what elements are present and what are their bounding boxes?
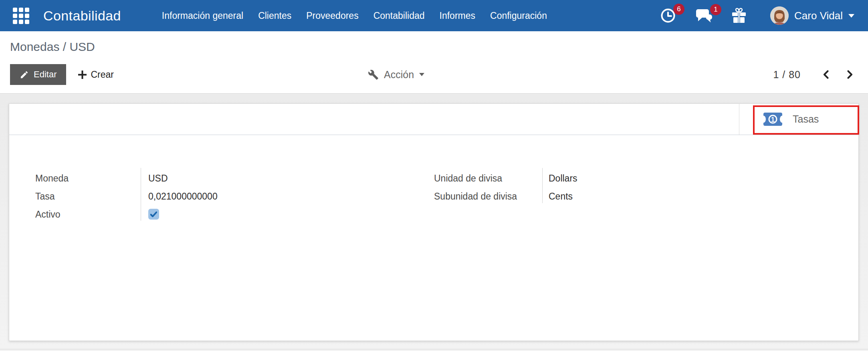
label-value-divider bbox=[141, 168, 141, 221]
content-area: 1 Tasas Moneda Tasa Activo USD 0,0210000… bbox=[0, 94, 868, 351]
rates-stat-button-label: Tasas bbox=[793, 113, 819, 125]
menu-item-contabilidad[interactable]: Contabilidad bbox=[373, 10, 425, 21]
field-label-subunidad-divisa: Subunidad de divisa bbox=[434, 191, 517, 202]
field-value-tasa: 0,021000000000 bbox=[148, 191, 218, 202]
field-label-tasa: Tasa bbox=[35, 191, 69, 202]
field-value-moneda: USD bbox=[148, 173, 218, 184]
chevron-down-icon bbox=[848, 14, 854, 18]
activity-count-badge: 6 bbox=[673, 4, 684, 15]
plus-icon bbox=[78, 71, 87, 79]
gift-icon bbox=[732, 8, 746, 24]
footer-divider bbox=[0, 349, 868, 349]
field-value-subunidad-divisa: Cents bbox=[549, 191, 577, 202]
menu-item-clientes[interactable]: Clientes bbox=[258, 10, 291, 21]
app-title[interactable]: Contabilidad bbox=[43, 8, 121, 24]
menu-item-informacion-general[interactable]: Información general bbox=[162, 10, 243, 21]
labels-column: Moneda Tasa Activo bbox=[35, 173, 69, 220]
active-checkbox[interactable] bbox=[148, 209, 159, 220]
currency-form-card: 1 Tasas Moneda Tasa Activo USD 0,0210000… bbox=[9, 103, 859, 341]
main-menu: Información general Clientes Proveedores… bbox=[162, 10, 547, 21]
systray: 6 1 bbox=[660, 6, 854, 25]
pager-value[interactable]: 1 / 80 bbox=[773, 69, 801, 81]
breadcrumb[interactable]: Monedas / USD bbox=[10, 40, 95, 54]
button-row: Editar Crear bbox=[10, 64, 114, 85]
menu-item-informes[interactable]: Informes bbox=[440, 10, 475, 21]
values-column: Dollars Cents bbox=[549, 173, 577, 202]
action-dropdown[interactable]: Acción bbox=[368, 64, 424, 85]
field-group-left: Moneda Tasa Activo USD 0,021000000000 bbox=[35, 168, 412, 221]
field-label-activo: Activo bbox=[35, 209, 69, 220]
pager: 1 / 80 bbox=[773, 64, 854, 85]
checkmark-icon bbox=[150, 212, 157, 217]
chevron-down-icon bbox=[419, 73, 424, 76]
field-value-unidad-divisa: Dollars bbox=[549, 173, 577, 184]
top-navbar: Contabilidad Información general Cliente… bbox=[0, 0, 868, 31]
field-label-moneda: Moneda bbox=[35, 173, 69, 184]
svg-text:1: 1 bbox=[771, 116, 775, 123]
chevron-left-icon bbox=[822, 70, 831, 79]
create-button-label: Crear bbox=[91, 69, 114, 80]
action-dropdown-label: Acción bbox=[384, 69, 414, 81]
rewards-gift-icon[interactable] bbox=[732, 8, 746, 24]
user-menu[interactable]: Caro Vidal bbox=[770, 6, 854, 25]
pager-next-button[interactable] bbox=[845, 70, 854, 79]
control-panel: Monedas / USD Editar Crear Acción 1 / 80 bbox=[0, 31, 868, 94]
avatar bbox=[770, 6, 789, 25]
chevron-right-icon bbox=[845, 70, 854, 79]
menu-item-proveedores[interactable]: Proveedores bbox=[306, 10, 358, 21]
pager-previous-button[interactable] bbox=[822, 70, 831, 79]
values-column: USD 0,021000000000 bbox=[148, 173, 218, 220]
stat-button-box: 1 Tasas bbox=[9, 104, 858, 135]
activities-clock-icon[interactable]: 6 bbox=[660, 7, 676, 24]
field-group-right: Unidad de divisa Subunidad de divisa Dol… bbox=[434, 168, 779, 203]
label-value-divider bbox=[542, 168, 543, 203]
user-name: Caro Vidal bbox=[794, 10, 843, 22]
pencil-icon bbox=[20, 70, 29, 79]
apps-grid-icon[interactable] bbox=[12, 7, 30, 24]
edit-button[interactable]: Editar bbox=[10, 64, 66, 85]
wrench-icon bbox=[368, 69, 379, 80]
messages-chat-icon[interactable]: 1 bbox=[695, 8, 713, 24]
menu-item-configuracion[interactable]: Configuración bbox=[490, 10, 547, 21]
edit-button-label: Editar bbox=[34, 69, 57, 80]
create-button[interactable]: Crear bbox=[78, 69, 114, 80]
money-bill-icon: 1 bbox=[763, 113, 782, 126]
field-label-unidad-divisa: Unidad de divisa bbox=[434, 173, 517, 184]
rates-stat-button[interactable]: 1 Tasas bbox=[739, 104, 858, 135]
labels-column: Unidad de divisa Subunidad de divisa bbox=[434, 173, 517, 202]
message-count-badge: 1 bbox=[710, 4, 721, 15]
